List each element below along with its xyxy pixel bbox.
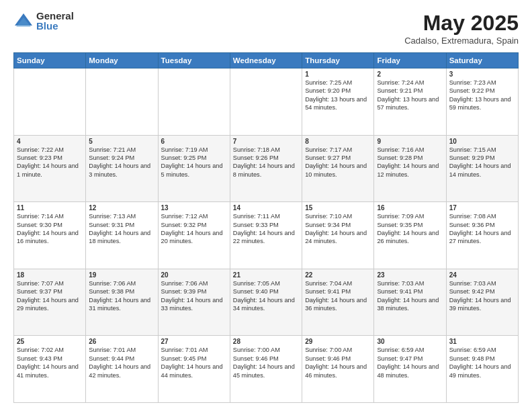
day-cell: 5Sunrise: 7:21 AMSunset: 9:24 PMDaylight…: [86, 135, 158, 202]
day-cell: 9Sunrise: 7:16 AMSunset: 9:28 PMDaylight…: [374, 135, 446, 202]
day-info: Sunset: 9:46 PM: [305, 355, 371, 363]
day-number: 11: [17, 204, 83, 212]
day-info: Sunrise: 7:06 AM: [89, 279, 154, 287]
day-info: Sunset: 9:29 PM: [449, 154, 515, 162]
day-info: Sunrise: 7:01 AM: [161, 346, 227, 354]
day-info: Sunset: 9:35 PM: [377, 221, 443, 229]
day-number: 2: [377, 71, 443, 78]
day-info: Sunrise: 7:01 AM: [89, 346, 154, 354]
day-info: Sunrise: 7:24 AM: [377, 79, 443, 87]
day-number: 26: [89, 338, 154, 345]
day-info: Sunset: 9:46 PM: [233, 355, 299, 363]
day-info: Sunrise: 7:02 AM: [17, 346, 83, 354]
day-info: Daylight: 14 hours and 14 minutes.: [449, 162, 515, 179]
day-info: Sunrise: 7:21 AM: [89, 146, 154, 154]
day-info: Daylight: 13 hours and 59 minutes.: [449, 95, 515, 112]
day-info: Sunrise: 7:15 AM: [449, 146, 515, 154]
day-number: 3: [449, 71, 515, 78]
page: General Blue May 2025 Cadalso, Extremadu…: [0, 0, 532, 411]
day-info: Sunrise: 7:07 AM: [17, 279, 83, 287]
day-info: Daylight: 14 hours and 16 minutes.: [17, 229, 83, 246]
day-info: Sunset: 9:28 PM: [377, 154, 443, 162]
day-info: Sunrise: 7:22 AM: [17, 146, 83, 154]
day-cell: 21Sunrise: 7:05 AMSunset: 9:40 PMDayligh…: [230, 269, 302, 336]
day-number: 4: [17, 138, 83, 145]
day-number: 15: [305, 204, 371, 212]
day-info: Sunrise: 7:05 AM: [233, 279, 299, 287]
day-number: 1: [305, 71, 371, 78]
day-info: Sunset: 9:41 PM: [377, 287, 443, 295]
day-info: Sunset: 9:47 PM: [377, 355, 443, 363]
day-number: 17: [449, 204, 515, 212]
day-info: Daylight: 14 hours and 31 minutes.: [89, 296, 154, 313]
day-cell: 23Sunrise: 7:03 AMSunset: 9:41 PMDayligh…: [374, 269, 446, 336]
day-cell: 11Sunrise: 7:14 AMSunset: 9:30 PMDayligh…: [14, 202, 86, 269]
day-info: Daylight: 14 hours and 33 minutes.: [161, 296, 227, 313]
week-row-5: 25Sunrise: 7:02 AMSunset: 9:43 PMDayligh…: [14, 336, 519, 403]
day-info: Sunrise: 7:18 AM: [233, 146, 299, 154]
header-thursday: Thursday: [302, 53, 374, 68]
day-info: Sunrise: 7:23 AM: [449, 79, 515, 87]
day-info: Sunset: 9:31 PM: [89, 221, 154, 229]
day-info: Sunrise: 7:14 AM: [17, 212, 83, 220]
logo-icon: [13, 11, 34, 31]
day-info: Daylight: 13 hours and 54 minutes.: [305, 95, 371, 112]
day-info: Sunrise: 6:59 AM: [449, 346, 515, 354]
day-info: Sunset: 9:43 PM: [17, 355, 83, 363]
header-sunday: Sunday: [14, 53, 86, 68]
day-info: Daylight: 14 hours and 1 minute.: [17, 162, 83, 179]
day-info: Daylight: 14 hours and 5 minutes.: [161, 162, 227, 179]
day-info: Daylight: 14 hours and 27 minutes.: [449, 229, 515, 246]
day-info: Daylight: 14 hours and 36 minutes.: [305, 296, 371, 313]
day-info: Sunset: 9:38 PM: [89, 287, 154, 295]
day-info: Daylight: 14 hours and 38 minutes.: [377, 296, 443, 313]
day-cell: 30Sunrise: 6:59 AMSunset: 9:47 PMDayligh…: [374, 336, 446, 403]
day-number: 6: [161, 138, 227, 145]
day-number: 21: [233, 271, 299, 279]
day-info: Sunrise: 7:19 AM: [161, 146, 227, 154]
day-cell: 8Sunrise: 7:17 AMSunset: 9:27 PMDaylight…: [302, 135, 374, 202]
day-cell: 28Sunrise: 7:00 AMSunset: 9:46 PMDayligh…: [230, 336, 302, 403]
day-info: Sunrise: 7:17 AM: [305, 146, 371, 154]
day-cell: 12Sunrise: 7:13 AMSunset: 9:31 PMDayligh…: [86, 202, 158, 269]
day-cell: 16Sunrise: 7:09 AMSunset: 9:35 PMDayligh…: [374, 202, 446, 269]
day-info: Sunrise: 7:06 AM: [161, 279, 227, 287]
day-cell: [86, 68, 158, 136]
day-cell: 14Sunrise: 7:11 AMSunset: 9:33 PMDayligh…: [230, 202, 302, 269]
day-info: Sunset: 9:22 PM: [449, 87, 515, 95]
day-info: Daylight: 14 hours and 34 minutes.: [233, 296, 299, 313]
day-info: Daylight: 14 hours and 20 minutes.: [161, 229, 227, 246]
calendar-title: May 2025: [404, 11, 519, 36]
week-row-4: 18Sunrise: 7:07 AMSunset: 9:37 PMDayligh…: [14, 269, 519, 336]
day-info: Daylight: 14 hours and 48 minutes.: [377, 363, 443, 379]
day-cell: 3Sunrise: 7:23 AMSunset: 9:22 PMDaylight…: [446, 68, 518, 136]
day-info: Daylight: 14 hours and 3 minutes.: [89, 162, 154, 179]
day-number: 29: [305, 338, 371, 345]
day-info: Sunset: 9:40 PM: [233, 287, 299, 295]
day-number: 7: [233, 138, 299, 145]
day-cell: 25Sunrise: 7:02 AMSunset: 9:43 PMDayligh…: [14, 336, 86, 403]
day-info: Sunrise: 7:11 AM: [233, 212, 299, 220]
day-cell: [158, 68, 230, 136]
day-info: Sunrise: 7:00 AM: [305, 346, 371, 354]
week-row-2: 4Sunrise: 7:22 AMSunset: 9:23 PMDaylight…: [14, 135, 519, 202]
day-number: 20: [161, 271, 227, 279]
day-cell: [14, 68, 86, 136]
day-number: 19: [89, 271, 154, 279]
day-info: Daylight: 14 hours and 39 minutes.: [449, 296, 515, 313]
day-info: Daylight: 14 hours and 44 minutes.: [161, 363, 227, 379]
day-info: Sunset: 9:27 PM: [305, 154, 371, 162]
day-number: 30: [377, 338, 443, 345]
day-number: 16: [377, 204, 443, 212]
day-info: Sunrise: 7:12 AM: [161, 212, 227, 220]
day-number: 18: [17, 271, 83, 279]
day-info: Sunrise: 7:03 AM: [377, 279, 443, 287]
day-info: Daylight: 14 hours and 24 minutes.: [305, 229, 371, 246]
day-info: Sunset: 9:48 PM: [449, 355, 515, 363]
day-info: Sunrise: 7:16 AM: [377, 146, 443, 154]
day-cell: 29Sunrise: 7:00 AMSunset: 9:46 PMDayligh…: [302, 336, 374, 403]
day-info: Sunset: 9:24 PM: [89, 154, 154, 162]
day-info: Daylight: 14 hours and 45 minutes.: [233, 363, 299, 379]
day-info: Sunrise: 7:25 AM: [305, 79, 371, 87]
day-number: 23: [377, 271, 443, 279]
